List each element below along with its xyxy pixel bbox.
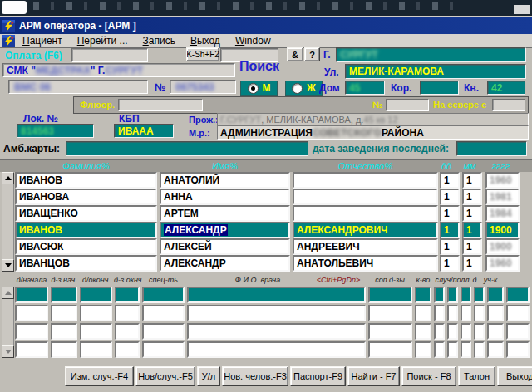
search-button[interactable]: Поиск - F8 [401,366,456,386]
visit-cell[interactable] [368,287,412,303]
visit-cell[interactable] [487,287,504,303]
visit-cell[interactable] [142,305,185,321]
visit-cell[interactable] [447,341,458,358]
new-person-button[interactable]: Нов. челов.-F3 [222,366,288,386]
talon-button[interactable]: Талон [458,366,495,386]
visit-cell[interactable] [15,341,48,358]
visit-cell[interactable] [447,305,458,321]
visit-cell[interactable] [474,287,485,303]
visit-cell[interactable] [51,287,77,303]
visit-cell[interactable] [506,305,530,321]
visit-cell[interactable] [461,287,471,303]
visit-cell[interactable] [15,323,48,340]
visit-cell[interactable] [461,323,471,340]
visit-cell[interactable] [447,287,458,303]
visit-cell[interactable] [474,323,485,340]
visit-cell[interactable] [415,323,431,340]
visit-cell[interactable] [434,305,445,321]
visit-cell[interactable] [474,341,485,358]
visit-cell[interactable] [447,323,458,340]
visit-cell[interactable] [368,341,412,358]
visit-cell[interactable] [487,323,504,340]
visit-cell[interactable] [415,305,431,321]
visit-cell[interactable] [115,323,140,340]
visit-cell[interactable] [474,305,485,321]
visit-cell[interactable] [187,305,366,321]
visit-cell[interactable] [51,341,77,358]
visit-cell[interactable] [142,341,185,358]
visits-grid [0,0,532,392]
visit-cell[interactable] [80,287,112,303]
new-case-button[interactable]: Нов/случ.-F5 [135,366,195,386]
visit-cell[interactable] [115,341,140,358]
visit-cell[interactable] [461,341,471,358]
visit-cell[interactable] [187,287,366,303]
visit-cell[interactable] [115,305,140,321]
visit-cell[interactable] [115,287,140,303]
visit-cell[interactable] [51,305,77,321]
visit-cell[interactable] [51,323,77,340]
visit-cell[interactable] [487,341,504,358]
visit-cell[interactable] [15,287,48,303]
passport-button[interactable]: Паспорт-F9 [290,366,346,386]
visit-cell[interactable] [187,341,366,358]
visit-cell[interactable] [415,341,431,358]
visit-cell[interactable] [434,323,445,340]
visit-cell[interactable] [142,323,185,340]
ul-button[interactable]: У/л [197,366,220,386]
screen: АРМ оператора - [АРМ ] Пациент Перейти .… [0,0,532,392]
visit-cell[interactable] [368,323,412,340]
visit-cell[interactable] [80,323,112,340]
visit-cell[interactable] [434,341,445,358]
visit-cell[interactable] [15,305,48,321]
visit-cell[interactable] [142,287,185,303]
visit-cell[interactable] [506,323,530,340]
visit-cell[interactable] [434,287,445,303]
visit-cell[interactable] [506,341,530,358]
visit-cell[interactable] [80,341,112,358]
footer-buttons: Изм. случ.-F4 Нов/случ.-F5 У/л Нов. чело… [65,366,532,385]
visit-cell[interactable] [187,323,366,340]
edit-case-button[interactable]: Изм. случ.-F4 [65,366,134,386]
visit-cell[interactable] [368,305,412,321]
visit-cell[interactable] [487,305,504,321]
visit-cell[interactable] [415,287,431,303]
visit-cell[interactable] [506,287,530,303]
visit-cell[interactable] [80,305,112,321]
exit-button[interactable]: Выход [497,366,532,386]
visit-cell[interactable] [461,305,471,321]
find-button[interactable]: Найти - F7 [347,366,400,386]
